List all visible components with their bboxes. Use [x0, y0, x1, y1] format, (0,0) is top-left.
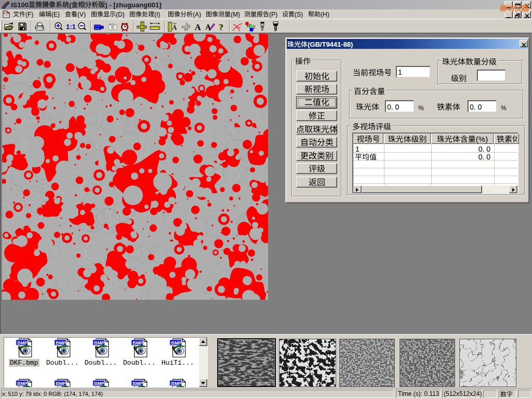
svg-text:1:1: 1:1	[66, 23, 76, 31]
svg-text:BMP: BMP	[171, 340, 181, 345]
svg-text:BMP: BMP	[17, 381, 28, 386]
svg-text:BMP: BMP	[132, 340, 143, 345]
svg-text:BMP: BMP	[132, 381, 143, 386]
svg-text:BMP: BMP	[17, 340, 28, 345]
svg-text:BMP: BMP	[56, 340, 66, 345]
svg-text:DOC: DOC	[4, 11, 10, 15]
svg-text:A: A	[195, 22, 202, 32]
svg-text:BMP: BMP	[171, 381, 181, 386]
svg-text:BMP: BMP	[94, 340, 104, 345]
svg-text:BMP: BMP	[94, 381, 104, 386]
svg-text:BMP: BMP	[56, 381, 66, 386]
svg-text:?: ?	[219, 22, 224, 32]
